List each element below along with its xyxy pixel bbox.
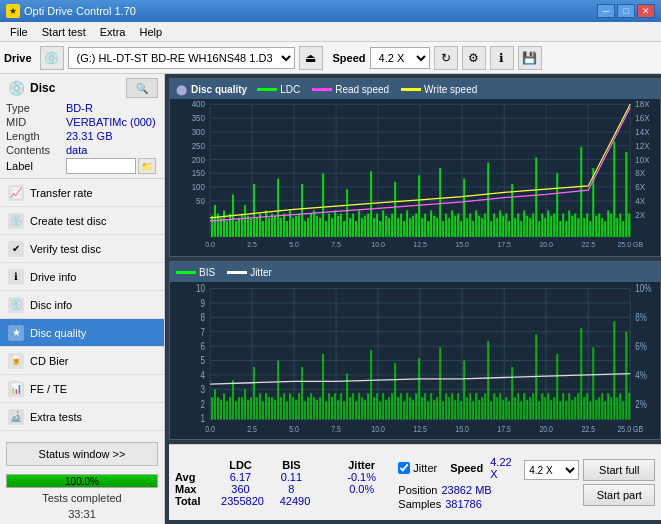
svg-rect-109 bbox=[385, 216, 387, 237]
svg-rect-154 bbox=[520, 221, 522, 237]
type-label: Type bbox=[6, 102, 66, 114]
menu-help[interactable]: Help bbox=[133, 24, 168, 40]
settings-button[interactable]: ⚙ bbox=[462, 46, 486, 70]
svg-rect-176 bbox=[586, 214, 588, 237]
svg-rect-152 bbox=[514, 218, 516, 237]
label-browse-button[interactable]: 📁 bbox=[138, 158, 156, 174]
app-icon: ★ bbox=[6, 4, 20, 18]
nav-transfer-rate[interactable]: 📈 Transfer rate bbox=[0, 179, 164, 207]
disc-info-icon: 💿 bbox=[8, 297, 24, 313]
svg-rect-357 bbox=[565, 401, 567, 419]
svg-rect-129 bbox=[445, 214, 447, 237]
svg-rect-343 bbox=[523, 393, 525, 419]
jitter-checkbox[interactable] bbox=[398, 462, 410, 474]
avg-ldc: 6.17 bbox=[214, 471, 267, 483]
svg-rect-348 bbox=[538, 401, 540, 419]
menu-extra[interactable]: Extra bbox=[94, 24, 132, 40]
svg-rect-70 bbox=[268, 218, 270, 237]
start-full-button[interactable]: Start full bbox=[583, 459, 655, 481]
nav-label-extra-tests: Extra tests bbox=[30, 411, 82, 423]
svg-rect-126 bbox=[436, 218, 438, 237]
drive-select[interactable]: (G:) HL-DT-ST BD-RE WH16NS48 1.D3 bbox=[68, 47, 295, 69]
speed-select-toolbar[interactable]: 4.2 X bbox=[370, 47, 430, 69]
svg-text:10.0: 10.0 bbox=[371, 425, 385, 435]
save-button[interactable]: 💾 bbox=[518, 46, 542, 70]
svg-rect-293 bbox=[373, 397, 375, 419]
nav-disc-quality[interactable]: ★ Disc quality bbox=[0, 319, 164, 347]
svg-rect-116 bbox=[406, 210, 408, 237]
svg-rect-261 bbox=[277, 361, 279, 420]
top-chart: ⬤ Disc quality LDC Read speed Write spee… bbox=[169, 78, 661, 257]
svg-rect-355 bbox=[559, 401, 561, 419]
menu-start-test[interactable]: Start test bbox=[36, 24, 92, 40]
disc-scan-icon[interactable]: 🔍 bbox=[126, 78, 158, 98]
nav-cd-bier[interactable]: 🍺 CD Bier bbox=[0, 347, 164, 375]
status-window-button[interactable]: Status window >> bbox=[6, 442, 158, 466]
progress-text: 100.0% bbox=[7, 475, 157, 489]
length-value: 23.31 GB bbox=[66, 130, 158, 142]
svg-rect-183 bbox=[607, 210, 609, 237]
svg-rect-366 bbox=[592, 347, 594, 419]
eject-button[interactable]: ⏏ bbox=[299, 46, 323, 70]
label-input[interactable] bbox=[66, 158, 136, 174]
svg-rect-97 bbox=[349, 218, 351, 237]
info-button[interactable]: ℹ bbox=[490, 46, 514, 70]
svg-rect-187 bbox=[619, 214, 621, 237]
svg-rect-271 bbox=[307, 397, 309, 419]
svg-rect-306 bbox=[412, 400, 414, 420]
svg-rect-329 bbox=[481, 397, 483, 419]
maximize-button[interactable]: □ bbox=[617, 4, 635, 18]
disc-label-row: Label 📁 bbox=[6, 158, 158, 174]
svg-rect-318 bbox=[448, 397, 450, 419]
svg-rect-274 bbox=[316, 400, 318, 420]
menu-file[interactable]: File bbox=[4, 24, 34, 40]
nav-disc-info[interactable]: 💿 Disc info bbox=[0, 291, 164, 319]
close-button[interactable]: ✕ bbox=[637, 4, 655, 18]
svg-rect-249 bbox=[241, 397, 243, 419]
svg-rect-312 bbox=[430, 393, 432, 419]
svg-rect-71 bbox=[271, 214, 273, 237]
svg-text:2%: 2% bbox=[635, 399, 647, 410]
drive-icon-btn[interactable]: 💿 bbox=[40, 46, 64, 70]
svg-rect-263 bbox=[283, 393, 285, 419]
svg-rect-141 bbox=[481, 218, 483, 237]
svg-text:5: 5 bbox=[201, 355, 205, 366]
svg-rect-86 bbox=[316, 216, 318, 237]
svg-rect-181 bbox=[601, 218, 603, 237]
svg-rect-282 bbox=[340, 393, 342, 419]
svg-text:12.5: 12.5 bbox=[413, 425, 427, 435]
refresh-button[interactable]: ↻ bbox=[434, 46, 458, 70]
speed-select-small[interactable]: 4.2 X bbox=[524, 460, 579, 480]
nav-drive-info[interactable]: ℹ Drive info bbox=[0, 263, 164, 291]
svg-rect-140 bbox=[478, 216, 480, 237]
svg-rect-127 bbox=[439, 168, 441, 237]
drive-label: Drive bbox=[4, 52, 32, 64]
minimize-button[interactable]: ─ bbox=[597, 4, 615, 18]
svg-rect-113 bbox=[397, 218, 399, 237]
svg-rect-332 bbox=[490, 401, 492, 419]
svg-rect-370 bbox=[604, 401, 606, 419]
nav-verify-test-disc[interactable]: ✔ Verify test disc bbox=[0, 235, 164, 263]
jitter-label: Jitter bbox=[413, 462, 437, 474]
nav-extra-tests[interactable]: 🔬 Extra tests bbox=[0, 403, 164, 431]
total-ldc: 2355820 bbox=[215, 495, 270, 507]
svg-rect-313 bbox=[433, 400, 435, 420]
disc-quality-icon: ★ bbox=[8, 325, 24, 341]
svg-text:17.5: 17.5 bbox=[497, 240, 511, 249]
svg-rect-87 bbox=[319, 218, 321, 237]
start-part-button[interactable]: Start part bbox=[583, 484, 655, 506]
svg-rect-239 bbox=[211, 397, 213, 419]
svg-rect-139 bbox=[475, 210, 477, 237]
bottom-chart-svg: 10 9 8 7 6 5 4 3 2 1 10% 8% bbox=[170, 282, 660, 439]
svg-rect-121 bbox=[421, 218, 423, 237]
svg-rect-112 bbox=[394, 182, 396, 237]
svg-rect-350 bbox=[544, 397, 546, 419]
nav-fe-te[interactable]: 📊 FE / TE bbox=[0, 375, 164, 403]
svg-text:22.5: 22.5 bbox=[581, 425, 595, 435]
nav-create-test-disc[interactable]: 💿 Create test disc bbox=[0, 207, 164, 235]
svg-rect-320 bbox=[454, 400, 456, 420]
svg-rect-125 bbox=[433, 216, 435, 237]
svg-rect-338 bbox=[508, 401, 510, 419]
samples-label: Samples bbox=[398, 498, 441, 510]
svg-rect-163 bbox=[547, 210, 549, 237]
